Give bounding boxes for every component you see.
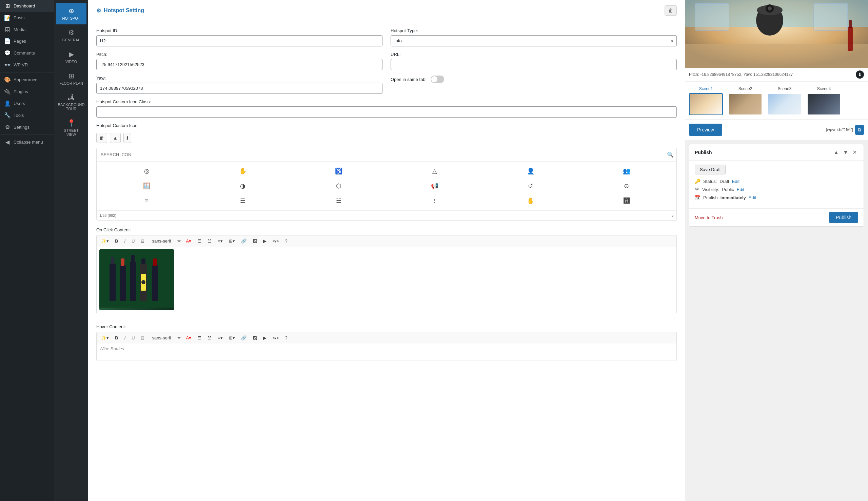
hover-italic-btn[interactable]: I: [122, 334, 128, 342]
icon-item-14[interactable]: ☰: [195, 194, 290, 207]
ul-btn[interactable]: ☰: [195, 237, 204, 245]
hover-link-btn[interactable]: 🔗: [239, 334, 249, 342]
hover-font-family-select[interactable]: sans-serif: [148, 334, 182, 342]
pitch-input[interactable]: [96, 59, 383, 70]
icon-item-13[interactable]: ≡: [100, 194, 194, 207]
icon-item-7[interactable]: 🪟: [100, 179, 194, 193]
hover-ul-btn[interactable]: ☰: [195, 334, 204, 342]
hover-help-btn[interactable]: ?: [282, 334, 290, 342]
nav-hotspot[interactable]: ⊕ HOTSPOT: [56, 3, 86, 24]
publish-time-edit-link[interactable]: Edit: [749, 195, 756, 200]
icon-item-16[interactable]: ⁝: [387, 194, 482, 207]
icon-item-15[interactable]: ☱: [291, 194, 386, 207]
visibility-edit-link[interactable]: Edit: [737, 187, 744, 192]
italic-btn[interactable]: I: [122, 237, 128, 245]
icon-item-5[interactable]: 👤: [483, 164, 578, 178]
icon-item-9[interactable]: ⬡: [291, 179, 386, 193]
preview-button[interactable]: Preview: [689, 124, 722, 136]
search-icon[interactable]: 🔍: [667, 151, 674, 158]
copy-shortcode-button[interactable]: ⧉: [855, 125, 864, 135]
nav-street-view[interactable]: 📍 STREET VIEW: [56, 115, 86, 141]
scene-tab-3[interactable]: Scene3: [768, 86, 802, 115]
hotspot-icon-class-input[interactable]: [96, 106, 677, 118]
link-btn[interactable]: 🔗: [239, 237, 249, 245]
hover-format-btn[interactable]: ⊟: [138, 334, 147, 342]
sidebar-item-wpvr[interactable]: 👓 WP VR: [0, 59, 54, 71]
table-btn[interactable]: ⊞▾: [227, 237, 237, 245]
hotspot-id-input[interactable]: [96, 35, 383, 46]
nav-video[interactable]: ▶ VIDEO: [56, 46, 86, 68]
nav-general[interactable]: ⚙ GENERAL: [56, 24, 86, 46]
icon-item-17[interactable]: ✋: [483, 194, 578, 207]
icon-item-8[interactable]: ◑: [195, 179, 290, 193]
nav-floor-plan[interactable]: ⊞ FLOOR PLAN: [56, 68, 86, 89]
sidebar-item-tools[interactable]: 🔧 Tools: [0, 109, 54, 121]
yaw-input[interactable]: [96, 83, 383, 94]
pagination-arrow-icon[interactable]: ›: [672, 213, 674, 218]
delete-hotspot-button[interactable]: 🗑: [665, 6, 677, 15]
image-btn[interactable]: 🖼: [250, 237, 259, 245]
sidebar-item-collapse[interactable]: ◀ Collapse menu: [0, 136, 54, 148]
move-to-trash-link[interactable]: Move to Trash: [695, 215, 723, 220]
hover-ol-btn[interactable]: ☱: [205, 334, 214, 342]
publish-close-btn[interactable]: ✕: [851, 148, 858, 156]
hover-table-btn[interactable]: ⊞▾: [227, 334, 237, 342]
info-icon-button[interactable]: ℹ: [123, 133, 131, 143]
sidebar-item-plugins[interactable]: 🔌 Plugins: [0, 86, 54, 98]
format-btn[interactable]: ⊟: [138, 237, 147, 245]
icon-item-18[interactable]: 🅰: [579, 194, 674, 207]
font-family-select[interactable]: sans-serif: [148, 237, 182, 245]
icon-item-2[interactable]: ✋: [195, 164, 290, 178]
sidebar-item-users[interactable]: 👤 Users: [0, 98, 54, 109]
hover-editor-content[interactable]: Wine Bottles: [96, 343, 677, 360]
scroll-up-icon-button[interactable]: ▲: [110, 133, 121, 143]
scene-tab-1[interactable]: Scene1: [689, 86, 723, 115]
icon-item-10[interactable]: 📢: [387, 179, 482, 193]
align-btn[interactable]: ≡▾: [215, 237, 225, 245]
ol-btn[interactable]: ☱: [205, 237, 214, 245]
hover-video-btn[interactable]: ▶: [261, 334, 269, 342]
url-input[interactable]: [390, 59, 677, 70]
publish-submit-button[interactable]: Publish: [829, 212, 858, 223]
scene-tab-4[interactable]: Scene4: [807, 86, 841, 115]
hover-align-btn[interactable]: ≡▾: [215, 334, 225, 342]
underline-btn[interactable]: U: [129, 237, 137, 245]
sidebar-item-pages[interactable]: 📄 Pages: [0, 35, 54, 47]
icon-search-input[interactable]: [100, 151, 664, 159]
icon-item-1[interactable]: ◎: [100, 164, 194, 178]
scene-tab-2[interactable]: Scene2: [728, 86, 762, 115]
status-edit-link[interactable]: Edit: [732, 179, 740, 184]
icon-item-3[interactable]: ♿: [291, 164, 386, 178]
hover-sparkle-btn[interactable]: ✨▾: [99, 334, 111, 342]
sparkle-btn[interactable]: ✨▾: [99, 237, 111, 245]
icon-item-11[interactable]: ↺: [483, 179, 578, 193]
sidebar-item-settings[interactable]: ⚙ Settings: [0, 121, 54, 133]
bold-btn[interactable]: B: [113, 237, 121, 245]
hotspot-type-select[interactable]: Info URL Scene Custom: [390, 35, 677, 46]
hover-code-btn[interactable]: </>: [270, 334, 281, 342]
sidebar-item-dashboard[interactable]: ⊞ Dashboard: [0, 0, 54, 12]
text-color-btn[interactable]: A▾: [184, 237, 194, 245]
icon-item-6[interactable]: 👥: [579, 164, 674, 178]
publish-collapse-down-btn[interactable]: ▼: [841, 149, 850, 156]
publish-collapse-up-btn[interactable]: ▲: [832, 149, 840, 156]
sidebar-item-media[interactable]: 🖼 Media: [0, 24, 54, 35]
hover-underline-btn[interactable]: U: [129, 334, 137, 342]
video-btn[interactable]: ▶: [261, 237, 269, 245]
save-draft-button[interactable]: Save Draft: [695, 164, 725, 174]
nav-background-tour[interactable]: 🏞 BACKGROUND TOUR: [56, 89, 86, 115]
icon-item-12[interactable]: ⊙: [579, 179, 674, 193]
download-icon-button[interactable]: ⬇: [856, 71, 864, 78]
help-btn[interactable]: ?: [282, 237, 290, 245]
hover-image-btn[interactable]: 🖼: [250, 334, 259, 342]
sidebar-item-appearance[interactable]: 🎨 Appearance: [0, 74, 54, 86]
code-btn[interactable]: </>: [270, 237, 281, 245]
open-same-tab-toggle[interactable]: [431, 76, 444, 83]
sidebar-item-posts[interactable]: 📝 Posts: [0, 12, 54, 24]
icon-item-4[interactable]: △: [387, 164, 482, 178]
hover-bold-btn[interactable]: B: [113, 334, 121, 342]
hover-text-color-btn[interactable]: A▾: [184, 334, 194, 342]
onclick-editor-content[interactable]: [96, 247, 677, 313]
sidebar-item-comments[interactable]: 💬 Comments: [0, 47, 54, 59]
clear-icon-button[interactable]: 🗑: [96, 133, 107, 143]
